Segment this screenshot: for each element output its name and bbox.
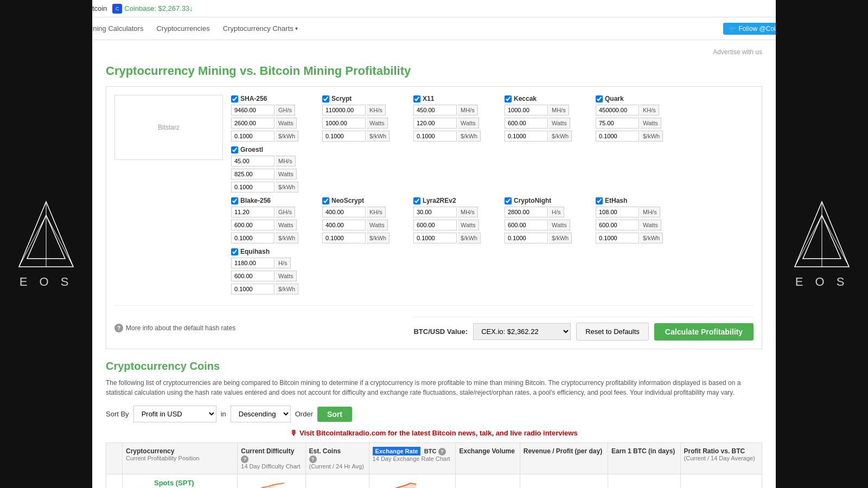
lyra2rev2-watts-unit: Watts — [458, 220, 479, 230]
x11-watts-input[interactable] — [413, 118, 457, 129]
keccak-hashrate-unit: MH/s — [549, 105, 569, 115]
coin-name[interactable]: Spots (SPT) — [154, 479, 231, 487]
cryptonight-hashrate-input[interactable] — [505, 207, 548, 217]
more-info-link[interactable]: ? More info about the default hash rates — [114, 324, 235, 332]
sort-by-select[interactable]: Profit in USD Profit Ratio vs BTC Revenu… — [133, 406, 216, 422]
x11-hashrate-input[interactable] — [413, 105, 457, 115]
quark-cost-input[interactable] — [596, 131, 639, 142]
scrypt-hashrate-input[interactable] — [322, 105, 366, 115]
nav-bar: Mining Profitability ▾ Mining Calculator… — [0, 17, 868, 40]
advertise-link[interactable]: Advertise with us — [106, 48, 762, 56]
calc-ad-image[interactable]: Bitstarz — [114, 95, 223, 160]
groestl-hashrate-input[interactable] — [231, 156, 275, 166]
th-rank — [106, 443, 123, 474]
lyra2rev2-cost-input[interactable] — [413, 233, 457, 243]
scrypt-watts-unit: Watts — [367, 118, 388, 129]
neoscrypt-checkbox[interactable] — [322, 197, 329, 204]
lyra2rev2-hashrate-unit: MH/s — [458, 207, 478, 217]
lyra2rev2-hashrate-input[interactable] — [413, 207, 457, 217]
groestl-watts-input[interactable] — [231, 169, 275, 179]
cryptonight-cost-input[interactable] — [505, 233, 548, 243]
ethash-cost-input[interactable] — [596, 233, 639, 243]
blake256-hashrate-input[interactable] — [231, 207, 275, 217]
calc-footer: BTC/USD Value: CEX.io: $2,362.22 Reset t… — [413, 317, 754, 341]
quark-watts-input[interactable] — [596, 118, 639, 129]
more-info-text: More info about the default hash rates — [126, 324, 235, 332]
exchange-rate-help-icon[interactable]: ? — [438, 448, 446, 455]
sha256-checkbox[interactable] — [231, 95, 238, 102]
sha256-cost-input[interactable] — [231, 131, 275, 142]
sha256-hashrate-input[interactable] — [231, 105, 275, 115]
equihash-hashrate-input[interactable] — [231, 258, 275, 268]
scrypt-checkbox[interactable] — [322, 95, 329, 102]
rank-cell: 1 — [106, 474, 123, 489]
difficulty-cell: 0.1835 -96.63 % — [238, 474, 305, 489]
cryptonight-watts-unit: Watts — [549, 220, 570, 230]
scrypt-watts-input[interactable] — [322, 118, 366, 129]
quark-hashrate-input[interactable] — [596, 105, 639, 115]
est-coins-help-icon[interactable]: ? — [309, 455, 317, 463]
scrypt-cost-unit: $/kWh — [367, 131, 390, 142]
btcusd-select[interactable]: CEX.io: $2,362.22 — [473, 323, 571, 340]
groestl-label: Groestl — [240, 146, 263, 153]
coin-table: Cryptocurrency Current Profitability Pos… — [106, 442, 762, 488]
equihash-cost-input[interactable] — [231, 284, 275, 294]
ethash-hashrate-input[interactable] — [596, 207, 639, 217]
groestl-checkbox[interactable] — [231, 146, 238, 153]
nav-cryptocurrency-charts[interactable]: Cryptocurrency Charts ▾ — [223, 24, 298, 33]
x11-checkbox[interactable] — [413, 95, 420, 102]
eos-label-left: E O S — [20, 275, 73, 289]
neoscrypt-watts-input[interactable] — [322, 220, 366, 230]
cryptonight-checkbox[interactable] — [505, 197, 512, 204]
quark-checkbox[interactable] — [596, 95, 603, 102]
sort-button[interactable]: Sort — [317, 407, 352, 422]
btcusd-label: BTC/USD Value: — [413, 328, 468, 336]
neoscrypt-cost-unit: $/kWh — [367, 233, 390, 243]
equihash-checkbox[interactable] — [231, 248, 238, 255]
ethash-checkbox[interactable] — [596, 197, 603, 204]
ethash-cost-unit: $/kWh — [640, 233, 663, 243]
ethash-watts-input[interactable] — [596, 220, 639, 230]
nav-cryptocurrencies[interactable]: Cryptocurrencies — [156, 24, 209, 33]
difficulty-help-icon[interactable]: ? — [241, 455, 248, 463]
cryptonight-watts-input[interactable] — [505, 220, 548, 230]
lyra2rev2-checkbox[interactable] — [413, 197, 420, 204]
neoscrypt-cost-input[interactable] — [322, 233, 366, 243]
algo-quark: Quark KH/s Watts — [596, 95, 682, 142]
quark-label: Quark — [605, 95, 624, 102]
neoscrypt-hashrate-input[interactable] — [322, 207, 366, 217]
algo-equihash: Equihash H/s Watts — [231, 248, 318, 294]
blake256-watts-input[interactable] — [231, 220, 275, 230]
keccak-hashrate-input[interactable] — [505, 105, 548, 115]
coins-description: The following list of cryptocurrencies a… — [106, 378, 762, 397]
radio-banner[interactable]: 🎙 Visit Bitcointalkradio.com for the lat… — [106, 429, 762, 437]
keccak-watts-input[interactable] — [505, 118, 548, 129]
cryptonight-hashrate-unit: H/s — [549, 207, 564, 217]
lyra2rev2-watts-input[interactable] — [413, 220, 457, 230]
header-bar: ✦ CoinWarz ₿ Bitcoin C Coinbase: $2,267.… — [0, 0, 868, 17]
nav-mining-calculators[interactable]: Mining Calculators — [86, 24, 144, 33]
calculate-profitability-button[interactable]: Calculate Profitability — [654, 323, 754, 341]
blake256-cost-input[interactable] — [231, 233, 275, 243]
lyra2rev2-cost-unit: $/kWh — [458, 233, 481, 243]
equihash-watts-unit: Watts — [276, 271, 297, 281]
calc-fields: SHA-256 GH/s Watts — [231, 95, 754, 299]
groestl-cost-input[interactable] — [231, 182, 275, 192]
sort-order-select[interactable]: Descending Ascending — [231, 406, 291, 422]
profit-ratio-cell: 43,697.64 % / 1,900.68 % ▲ — [680, 474, 762, 489]
scrypt-cost-input[interactable] — [322, 131, 366, 142]
blake256-checkbox[interactable] — [231, 197, 238, 204]
keccak-cost-input[interactable] — [505, 131, 548, 142]
order-label: Order — [295, 410, 313, 418]
x11-cost-input[interactable] — [413, 131, 457, 142]
keccak-checkbox[interactable] — [505, 95, 512, 102]
twitter-icon: 🐦 — [729, 25, 737, 33]
algo-scrypt: Scrypt KH/s Watts — [322, 95, 409, 142]
groestl-hashrate-unit: MH/s — [276, 156, 296, 166]
sha256-watts-input[interactable] — [231, 118, 275, 129]
reset-defaults-button[interactable]: Reset to Defaults — [576, 323, 649, 341]
algo-x11: X11 MH/s Watts — [413, 95, 500, 142]
quark-watts-unit: Watts — [640, 118, 661, 129]
algo-neoscrypt: NeoScrypt KH/s Watts — [322, 197, 409, 243]
equihash-watts-input[interactable] — [231, 271, 275, 281]
